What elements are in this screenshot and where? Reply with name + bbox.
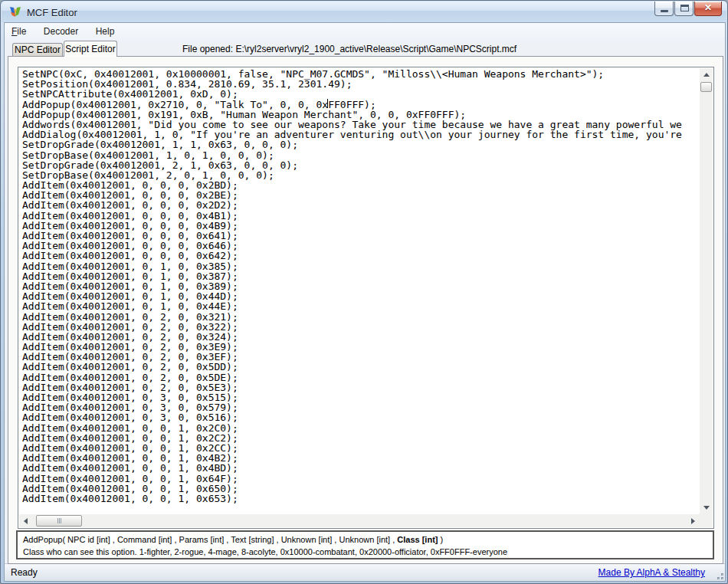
code-line: AddItem(0x40012001, 0, 2, 0, 0x5DD); bbox=[22, 362, 699, 372]
close-icon: ✕ bbox=[704, 2, 712, 13]
code-line: AddItem(0x40012001, 0, 0, 1, 0x2C0); bbox=[22, 423, 699, 433]
menu-help[interactable]: Help bbox=[89, 23, 122, 40]
code-line: SetDropGrade(0x40012001, 1, 1, 0x63, 0, … bbox=[22, 139, 699, 149]
statusbar: Ready Made By AlphA & Stealthy bbox=[5, 563, 725, 581]
scroll-left-icon bbox=[24, 518, 28, 524]
script-textarea[interactable]: SetNPC(0xC, 0x40012001, 0x10000001, fals… bbox=[18, 67, 714, 529]
client-area: File Decoder Help NPC Editor Script Edit… bbox=[4, 22, 726, 582]
code-line: AddItem(0x40012001, 0, 3, 0, 0x516); bbox=[22, 412, 699, 422]
function-help-box: AddPopup( NPC id [int] , Command [int] ,… bbox=[16, 530, 714, 559]
scroll-up-icon bbox=[703, 73, 710, 77]
code-line: AddItem(0x40012001, 0, 2, 0, 0x321); bbox=[22, 312, 699, 322]
code-line: AddItem(0x40012001, 0, 1, 0, 0x387); bbox=[22, 271, 699, 281]
scroll-up-button[interactable] bbox=[700, 68, 713, 80]
minimize-icon bbox=[661, 10, 668, 12]
vertical-scroll-thumb[interactable] bbox=[700, 82, 712, 92]
code-line: AddItem(0x40012001, 0, 2, 0, 0x5DE); bbox=[22, 372, 699, 382]
maximize-icon bbox=[680, 5, 689, 11]
tab-script-editor[interactable]: Script Editor bbox=[64, 41, 117, 57]
code-line: AddItem(0x40012001, 0, 0, 0, 0x4B1); bbox=[22, 211, 699, 221]
scroll-left-button[interactable] bbox=[19, 514, 31, 527]
code-line: SetDropGrade(0x40012001, 2, 1, 0x63, 0, … bbox=[22, 160, 699, 170]
function-signature: AddPopup( NPC id [int] , Command [int] ,… bbox=[23, 533, 707, 546]
text-caret bbox=[327, 99, 328, 108]
window-title: MCF Editor bbox=[27, 7, 77, 18]
code-line: AddPopup(0x40012001, 0x2710, 0, "Talk To… bbox=[22, 100, 699, 110]
code-line: AddItem(0x40012001, 0, 0, 1, 0x2C2); bbox=[22, 433, 699, 443]
code-line: AddItem(0x40012001, 0, 0, 1, 0x64F); bbox=[22, 474, 699, 484]
menu-decoder[interactable]: Decoder bbox=[37, 23, 85, 40]
menubar: File Decoder Help bbox=[5, 23, 725, 41]
code-line: AddItem(0x40012001, 0, 2, 0, 0x322); bbox=[22, 322, 699, 332]
code-line: AddPopup(0x40012001, 0x191, 0xB, "Human … bbox=[22, 110, 699, 120]
minimize-button[interactable] bbox=[654, 2, 674, 16]
code-line: AddItem(0x40012001, 0, 1, 0, 0x44E); bbox=[22, 301, 699, 311]
code-line: AddItem(0x40012001, 0, 1, 0, 0x385); bbox=[22, 261, 699, 271]
close-button[interactable]: ✕ bbox=[694, 2, 722, 16]
status-text: Ready bbox=[11, 567, 38, 578]
tabstrip: NPC Editor Script Editor File opened: E:… bbox=[5, 41, 725, 57]
app-logo-icon bbox=[8, 5, 22, 19]
code-line: AddItem(0x40012001, 0, 0, 0, 0x642); bbox=[22, 251, 699, 261]
titlebar[interactable]: MCF Editor ✕ bbox=[2, 2, 726, 22]
scroll-right-icon bbox=[691, 518, 695, 524]
file-opened-label: File opened: E:\ryl2server\vryl2_1900_ac… bbox=[182, 44, 516, 54]
app-window: MCF Editor ✕ File Decoder Help NPC Edito… bbox=[0, 0, 728, 584]
scroll-down-button[interactable] bbox=[700, 501, 713, 513]
tab-npc-editor[interactable]: NPC Editor bbox=[12, 43, 63, 57]
scroll-right-button[interactable] bbox=[687, 514, 699, 527]
resize-grip-icon[interactable] bbox=[713, 569, 723, 579]
code-content[interactable]: SetNPC(0xC, 0x40012001, 0x10000001, fals… bbox=[19, 68, 699, 513]
credits-link[interactable]: Made By AlphA & Stealthy bbox=[598, 567, 705, 578]
horizontal-scrollbar[interactable] bbox=[19, 514, 699, 527]
code-line: AddItem(0x40012001, 0, 0, 0, 0x2D2); bbox=[22, 200, 699, 210]
vertical-scrollbar[interactable] bbox=[700, 68, 713, 513]
code-line: SetNPCAttribute(0x40012001, 0xD, 0); bbox=[22, 89, 699, 99]
script-editor-page: SetNPC(0xC, 0x40012001, 0x10000001, fals… bbox=[8, 56, 723, 564]
maximize-button[interactable] bbox=[674, 2, 694, 16]
scroll-down-icon bbox=[703, 506, 710, 510]
function-description: Class who can see this option. 1-fighter… bbox=[23, 546, 707, 558]
code-line: AddItem(0x40012001, 0, 0, 1, 0x4BD); bbox=[22, 463, 699, 473]
menu-file[interactable]: File bbox=[5, 23, 33, 40]
code-line: SetDropBase(0x40012001, 1, 0, 1, 0, 0, 0… bbox=[22, 150, 699, 160]
code-line: AddItem(0x40012001, 0, 0, 1, 0x650); bbox=[22, 484, 699, 494]
scrollbar-corner bbox=[699, 513, 713, 527]
code-line: AddItem(0x40012001, 0, 0, 1, 0x653); bbox=[22, 494, 699, 504]
horizontal-scroll-thumb[interactable] bbox=[36, 515, 82, 527]
